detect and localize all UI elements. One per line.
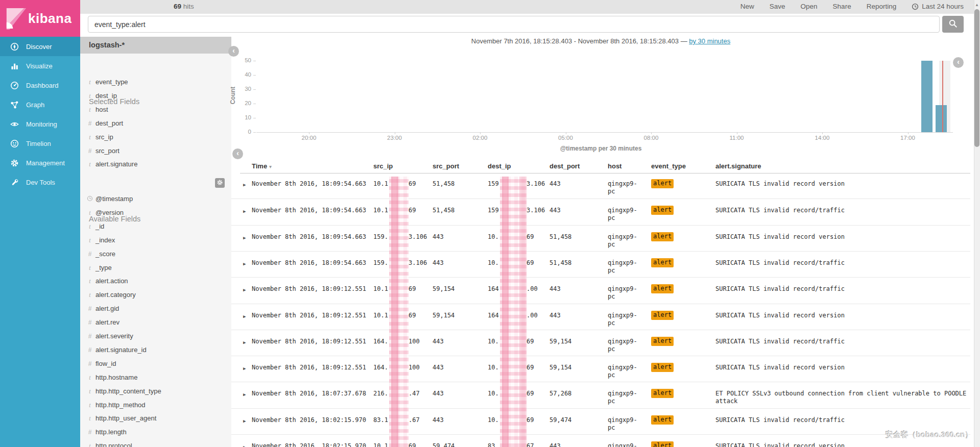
topmenu-item-reporting[interactable]: Reporting bbox=[867, 3, 897, 10]
field-item-id[interactable]: t_id bbox=[80, 222, 231, 233]
topmenu-item-share[interactable]: Share bbox=[833, 3, 851, 10]
event-type-badge: alert bbox=[651, 415, 674, 425]
event-type-badge: alert bbox=[651, 311, 674, 320]
field-item-alertrev[interactable]: #alert.rev bbox=[80, 318, 231, 329]
expand-row-caret-icon[interactable]: ▶ bbox=[243, 181, 246, 189]
field-settings-gear-button[interactable] bbox=[215, 178, 225, 188]
field-item-httphttpuseragent[interactable]: thttp.http_user_agent bbox=[80, 414, 231, 425]
field-item-type[interactable]: t_type bbox=[80, 264, 231, 274]
column-header-dest_port[interactable]: dest_port bbox=[549, 162, 580, 170]
field-item-version[interactable]: t@version bbox=[80, 209, 231, 219]
column-header-host[interactable]: host bbox=[608, 162, 622, 170]
cell-src-port: 443 bbox=[433, 416, 444, 424]
cell-dest-ip-tail: .00 bbox=[527, 312, 538, 319]
field-item-alertsignatureid[interactable]: #alert.signature_id bbox=[80, 346, 231, 356]
expand-row-caret-icon[interactable]: ▶ bbox=[243, 234, 246, 242]
index-pattern-selector[interactable]: logstash-* bbox=[80, 37, 231, 54]
histogram-bar-1730[interactable] bbox=[921, 61, 933, 132]
fields-sidebar: logstash-* Selected Fields Available Fie… bbox=[80, 37, 231, 447]
wrench-icon bbox=[10, 178, 19, 187]
cell-alert-signature: SURICATA TLS invalid record/traffic bbox=[715, 416, 967, 424]
field-item-alertsignature[interactable]: talert.signature bbox=[80, 160, 231, 170]
x-tick-mark bbox=[651, 132, 652, 134]
column-header-dest_ip[interactable]: dest_ip bbox=[488, 162, 511, 170]
sidebar-item-monitoring[interactable]: Monitoring bbox=[0, 114, 80, 134]
time-picker[interactable]: Last 24 hours bbox=[912, 3, 964, 10]
field-item-eventtype[interactable]: tevent_type bbox=[80, 78, 231, 88]
sidebar-item-visualize[interactable]: Visualize bbox=[0, 56, 80, 76]
sort-descending-icon: ▾ bbox=[269, 164, 272, 169]
field-item-httplength[interactable]: #http.length bbox=[80, 428, 231, 438]
cell-dest-port: 57,268 bbox=[549, 390, 571, 398]
sidebar-item-timelion[interactable]: Timelion bbox=[0, 134, 80, 153]
field-item-srcip[interactable]: tsrc_ip bbox=[80, 133, 231, 143]
time-range-separator: — bbox=[681, 37, 687, 45]
hits-label: hits bbox=[183, 3, 194, 10]
field-item-score[interactable]: #_score bbox=[80, 250, 231, 260]
field-item-destport[interactable]: #dest_port bbox=[80, 119, 231, 130]
string-field-icon: t bbox=[86, 442, 93, 447]
expand-row-caret-icon[interactable]: ▶ bbox=[243, 391, 246, 399]
field-item-alertgid[interactable]: #alert.gid bbox=[80, 305, 231, 315]
field-item-alertcategory[interactable]: talert.category bbox=[80, 291, 231, 301]
field-item-httphttpcontenttype[interactable]: thttp.http_content_type bbox=[80, 387, 231, 398]
cell-dest-ip-tail: 69 bbox=[527, 416, 534, 424]
column-header-src_port[interactable]: src_port bbox=[433, 162, 459, 170]
column-header-src_ip[interactable]: src_ip bbox=[373, 162, 393, 170]
cell-dest-ip-tail: 67 bbox=[527, 442, 534, 447]
collapse-sidebar-chevron-icon[interactable]: ‹ bbox=[228, 46, 239, 57]
event-type-badge: alert bbox=[651, 179, 674, 188]
sidebar-item-discover[interactable]: Discover bbox=[0, 37, 80, 56]
sidebar-item-dev-tools[interactable]: Dev Tools bbox=[0, 172, 80, 192]
expand-row-caret-icon[interactable]: ▶ bbox=[243, 365, 246, 373]
cell-src-ip-tail: 69 bbox=[409, 180, 416, 188]
field-item-httphttpmethod[interactable]: thttp.http_method bbox=[80, 401, 231, 411]
kibana-logo[interactable]: kibana bbox=[0, 0, 80, 37]
interval-link[interactable]: by 30 minutes bbox=[689, 37, 730, 45]
string-field-icon: t bbox=[86, 388, 93, 395]
expand-row-caret-icon[interactable]: ▶ bbox=[243, 443, 246, 447]
sidebar-item-graph[interactable]: Graph bbox=[0, 95, 80, 114]
histogram-bar-1800[interactable] bbox=[936, 105, 947, 132]
cell-src-ip-tail: 100 bbox=[409, 338, 420, 345]
sidebar-item-dashboard[interactable]: Dashboard bbox=[0, 76, 80, 95]
cell-src-port: 443 bbox=[433, 390, 444, 398]
field-item-index[interactable]: t_index bbox=[80, 236, 231, 246]
field-item-srcport[interactable]: #src_port bbox=[80, 147, 231, 157]
topmenu-item-new[interactable]: New bbox=[740, 3, 754, 10]
scrollbar-thumb[interactable] bbox=[974, 9, 979, 147]
field-item-destip[interactable]: tdest_ip bbox=[80, 92, 231, 102]
collapse-right-chevron-icon[interactable]: ‹ bbox=[953, 57, 964, 68]
cell-host: qingxp9-pc bbox=[608, 416, 640, 432]
expand-row-caret-icon[interactable]: ▶ bbox=[243, 313, 246, 320]
topmenu-item-open[interactable]: Open bbox=[801, 3, 818, 10]
field-item-timestamp[interactable]: @timestamp bbox=[80, 195, 231, 205]
column-header-time[interactable]: Time▾ bbox=[252, 162, 272, 170]
scrollbar-up-arrow-icon[interactable]: ▲ bbox=[974, 3, 980, 7]
column-header-event_type[interactable]: event_type bbox=[651, 162, 686, 170]
field-item-httphostname[interactable]: thttp.hostname bbox=[80, 374, 231, 384]
cell-time: November 8th 2016, 18:09:12.551 bbox=[252, 338, 366, 345]
cell-src-ip-tail: 69 bbox=[409, 207, 416, 214]
search-input[interactable] bbox=[88, 16, 940, 33]
expand-row-caret-icon[interactable]: ▶ bbox=[243, 208, 246, 215]
field-item-flowid[interactable]: #flow_id bbox=[80, 360, 231, 370]
gear-icon bbox=[10, 159, 19, 167]
field-item-host[interactable]: thost bbox=[80, 106, 231, 116]
cell-dest-ip: 10. bbox=[488, 259, 499, 267]
field-item-httpprotocol[interactable]: thttp.protocol bbox=[80, 442, 231, 447]
expand-row-caret-icon[interactable]: ▶ bbox=[243, 260, 246, 268]
column-header-alert-signature[interactable]: alert.signature bbox=[715, 162, 761, 170]
column-header-label: host bbox=[608, 162, 622, 170]
search-button[interactable] bbox=[942, 16, 964, 33]
expand-row-caret-icon[interactable]: ▶ bbox=[243, 339, 246, 346]
number-field-icon: # bbox=[86, 346, 93, 354]
expand-row-caret-icon[interactable]: ▶ bbox=[243, 286, 246, 294]
topmenu-item-save[interactable]: Save bbox=[770, 3, 785, 10]
cell-src-ip: 159. bbox=[373, 259, 388, 267]
sidebar-item-management[interactable]: Management bbox=[0, 153, 80, 172]
expand-row-caret-icon[interactable]: ▶ bbox=[243, 417, 246, 425]
field-item-alertaction[interactable]: talert.action bbox=[80, 277, 231, 287]
nav-item-label: Graph bbox=[26, 101, 44, 109]
field-item-alertseverity[interactable]: #alert.severity bbox=[80, 332, 231, 342]
